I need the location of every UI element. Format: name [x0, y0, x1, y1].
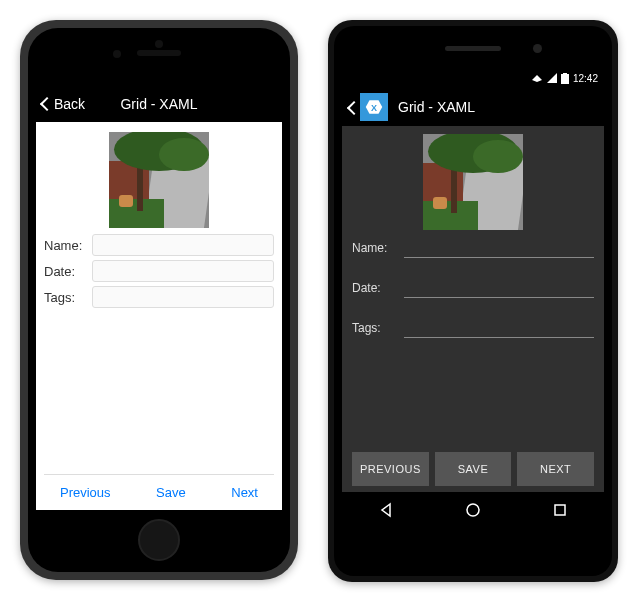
iphone-sensor: [155, 40, 163, 48]
date-input[interactable]: [92, 260, 274, 282]
svg-text:X: X: [371, 103, 377, 113]
name-input[interactable]: [404, 236, 594, 258]
date-label: Date:: [352, 281, 394, 298]
next-button[interactable]: Next: [231, 485, 258, 500]
save-button[interactable]: Save: [156, 485, 186, 500]
status-time: 12:42: [573, 73, 598, 84]
android-nav-bar: [342, 492, 604, 528]
svg-rect-0: [561, 74, 569, 84]
tags-label: Tags:: [44, 290, 86, 305]
android-camera: [533, 44, 542, 53]
xamarin-app-icon: X: [360, 93, 388, 121]
android-status-bar: 12:42: [342, 68, 604, 88]
signal-icon: [547, 73, 557, 83]
svg-rect-5: [555, 505, 565, 515]
name-label: Name:: [44, 238, 86, 253]
home-button[interactable]: [138, 519, 180, 561]
android-speaker: [445, 46, 501, 51]
iphone-camera: [113, 50, 121, 58]
tags-label: Tags:: [352, 321, 394, 338]
chevron-left-icon: [40, 97, 54, 111]
nav-recent-icon[interactable]: [552, 502, 568, 518]
name-label: Name:: [352, 241, 394, 258]
page-title: Grid - XAML: [398, 99, 475, 115]
nav-home-icon[interactable]: [465, 502, 481, 518]
next-button[interactable]: NEXT: [517, 452, 594, 486]
nav-back-icon[interactable]: [378, 502, 394, 518]
tags-input[interactable]: [92, 286, 274, 308]
previous-button[interactable]: Previous: [60, 485, 111, 500]
previous-button[interactable]: PREVIOUS: [352, 452, 429, 486]
android-device-frame: 12:42 X Grid - XAML: [328, 20, 618, 582]
ios-toolbar: Previous Save Next: [44, 474, 274, 510]
iphone-device-frame: Back Grid - XAML Name:: [20, 20, 298, 580]
save-button[interactable]: SAVE: [435, 452, 512, 486]
date-label: Date:: [44, 264, 86, 279]
iphone-speaker: [137, 50, 181, 56]
photo-preview: [109, 132, 209, 228]
battery-icon: [561, 73, 569, 84]
back-button[interactable]: Back: [42, 96, 85, 112]
wifi-icon: [531, 73, 543, 83]
svg-point-4: [467, 504, 479, 516]
ios-navigation-bar: Back Grid - XAML: [36, 86, 282, 122]
page-title: Grid - XAML: [120, 96, 197, 112]
date-input[interactable]: [404, 276, 594, 298]
android-app-bar: X Grid - XAML: [342, 88, 604, 126]
photo-preview: [423, 134, 523, 230]
back-label: Back: [54, 96, 85, 112]
tags-input[interactable]: [404, 316, 594, 338]
svg-rect-1: [563, 73, 567, 74]
name-input[interactable]: [92, 234, 274, 256]
